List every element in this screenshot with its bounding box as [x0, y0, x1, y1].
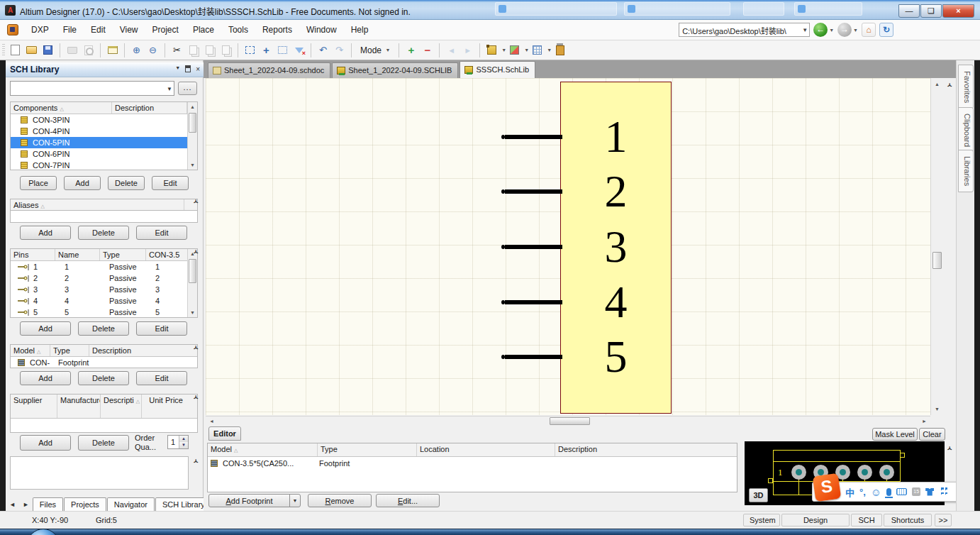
toolbar-drag-handle[interactable]	[2, 44, 5, 57]
tab-clipboard[interactable]: Clipboard	[958, 107, 974, 153]
clipboard-icon[interactable]	[553, 43, 567, 57]
add-alias-button[interactable]: Add	[20, 226, 71, 240]
menu-file[interactable]: File	[56, 22, 84, 38]
collapse-box-icon[interactable]: ㅅ	[193, 456, 199, 465]
add-pin-button[interactable]: Add	[20, 321, 71, 336]
clear-filter-icon[interactable]: ×	[292, 43, 306, 57]
add-footprint-button[interactable]: Add Footprint	[208, 494, 290, 507]
address-dropdown-icon[interactable]: ▼	[802, 27, 808, 33]
editor-tab[interactable]: Editor	[208, 426, 241, 441]
supplier-column-header[interactable]: Supplier	[11, 395, 57, 418]
scroll-up-icon[interactable]: ▲	[188, 102, 197, 111]
components-scrollbar[interactable]: ▲ ▼	[187, 102, 197, 170]
unit-price-column-header[interactable]: Unit Price	[142, 395, 186, 418]
tab-libraries[interactable]: Libraries	[958, 150, 974, 192]
owner-column-header[interactable]: CON-3.5	[146, 249, 187, 260]
shortcuts-button[interactable]: Shortcuts	[884, 514, 932, 526]
chinese-mode-icon[interactable]: 中	[845, 485, 854, 499]
open-window-icon[interactable]	[106, 43, 119, 57]
pins-column-header[interactable]: Pins	[11, 249, 55, 260]
scroll-down-icon[interactable]: ▼	[188, 308, 197, 317]
remove-part-icon[interactable]: −	[421, 43, 434, 57]
redo-icon[interactable]: ↷	[333, 43, 346, 57]
zoom-out-icon[interactable]: ⊖	[146, 43, 160, 57]
supplier-empty-row[interactable]	[11, 419, 197, 430]
type-column-header[interactable]: Type	[318, 443, 417, 456]
move-object-icon[interactable]: +	[260, 43, 273, 57]
back-icon[interactable]: ←	[813, 23, 828, 37]
zoom-in-icon[interactable]: ⊕	[130, 43, 143, 57]
save-icon[interactable]	[41, 43, 55, 57]
next-part-icon[interactable]: ►	[461, 43, 474, 57]
soft-keyboard-icon[interactable]	[896, 488, 907, 495]
menu-view[interactable]: View	[113, 22, 145, 38]
aliases-list[interactable]	[10, 211, 198, 223]
clear-button[interactable]: Clear	[919, 428, 945, 441]
edit-alias-button[interactable]: Edit	[136, 226, 187, 240]
component-row[interactable]: CON-7PIN	[11, 160, 197, 171]
add-footprint-dropdown-icon[interactable]: ▼	[289, 494, 301, 507]
document-tab-schdoc[interactable]: Sheet_1_2022-04-09.schdoc	[208, 62, 330, 78]
description-column-header[interactable]: Description	[555, 443, 736, 456]
remove-footprint-button[interactable]: Remove	[308, 494, 372, 507]
close-button[interactable]: ×	[942, 4, 974, 18]
open-document-icon[interactable]	[25, 43, 38, 57]
model-type-column-header[interactable]: Type	[50, 345, 89, 356]
sch-panels-button[interactable]: SCH	[851, 514, 882, 526]
scroll-down-icon[interactable]: ▼	[188, 160, 197, 170]
sogou-input-icon[interactable]: S	[813, 473, 842, 502]
collapse-right-icon[interactable]: ㅅ	[947, 80, 952, 89]
grid-dropdown-icon[interactable]: ▼	[547, 48, 552, 53]
emoji-icon[interactable]: ☺	[871, 486, 881, 498]
forward-dropdown-icon[interactable]: ▼	[853, 28, 858, 33]
schematic-canvas[interactable]: 1 2 3 4 5	[206, 78, 930, 415]
refresh-icon[interactable]: ↻	[879, 23, 893, 37]
component-row[interactable]: CON-6PIN	[11, 148, 197, 160]
new-document-icon[interactable]	[9, 43, 22, 57]
user-level-icon[interactable]: 15	[912, 487, 920, 496]
add-supplier-button[interactable]: Add	[20, 435, 71, 451]
spin-down-icon[interactable]: ▼	[179, 442, 188, 448]
design-compiler-button[interactable]: Design Compiler	[781, 514, 850, 526]
home-icon[interactable]: ⌂	[862, 23, 876, 37]
spin-up-icon[interactable]: ▲	[179, 436, 188, 442]
utilities-part-icon[interactable]	[485, 43, 499, 57]
delete-alias-button[interactable]: Delete	[78, 226, 129, 240]
canvas-vertical-scrollbar[interactable]: ▲ ▼	[930, 78, 942, 415]
schematic-pin-5[interactable]	[505, 355, 562, 359]
filter-dropdown-icon[interactable]: ▼	[167, 86, 172, 92]
manufacturer-column-header[interactable]: Manufacture	[57, 395, 101, 418]
dxp-icon[interactable]	[7, 24, 18, 35]
footprint-model-row[interactable]: CON-3.5*5(CA250... Footprint	[208, 457, 737, 469]
previous-part-icon[interactable]: ◄	[445, 43, 458, 57]
name-column-header[interactable]: Name	[55, 249, 100, 260]
schematic-pin-3[interactable]	[505, 245, 562, 249]
voice-input-icon[interactable]	[886, 488, 891, 496]
delete-component-button[interactable]: Delete	[108, 176, 145, 190]
scroll-up-icon[interactable]: ▲	[932, 79, 942, 89]
address-input[interactable]: C:\Users\gao\Desktop\封装lib\▼	[679, 23, 810, 37]
model-description-column-header[interactable]: Description	[89, 345, 197, 356]
order-quantity-stepper[interactable]: 1 ▲ ▼	[167, 435, 189, 449]
skin-icon[interactable]	[925, 488, 934, 496]
pin-row[interactable]: 2 2 Passive 2	[11, 272, 197, 284]
punctuation-icon[interactable]: °,	[859, 487, 866, 497]
panel-close-icon[interactable]: ×	[196, 65, 200, 73]
pin-row[interactable]: 5 5 Passive 5	[11, 307, 197, 318]
place-button[interactable]: Place	[20, 176, 57, 190]
menu-project[interactable]: Project	[145, 22, 186, 38]
add-component-button[interactable]: Add	[64, 176, 101, 190]
add-part-icon[interactable]: +	[404, 43, 418, 57]
edit-model-button[interactable]: Edit	[136, 371, 187, 385]
collapse-model-icon[interactable]: ㅅ	[193, 343, 199, 352]
document-tab-schlib[interactable]: Sheet_1_2022-04-09.SCHLIB	[332, 62, 458, 78]
collapse-aliases-icon[interactable]: ㅅ	[193, 197, 199, 206]
model-column-header[interactable]: Model△	[208, 443, 318, 456]
tab-files[interactable]: Files	[33, 497, 63, 511]
type-column-header[interactable]: Type	[100, 249, 146, 260]
drawing-tools-dropdown-icon[interactable]: ▼	[524, 48, 529, 53]
edit-pin-button[interactable]: Edit	[136, 321, 187, 336]
tab-navigator[interactable]: Navigator	[107, 497, 155, 511]
menu-reports[interactable]: Reports	[255, 22, 299, 38]
schematic-pin-4[interactable]	[505, 300, 562, 304]
